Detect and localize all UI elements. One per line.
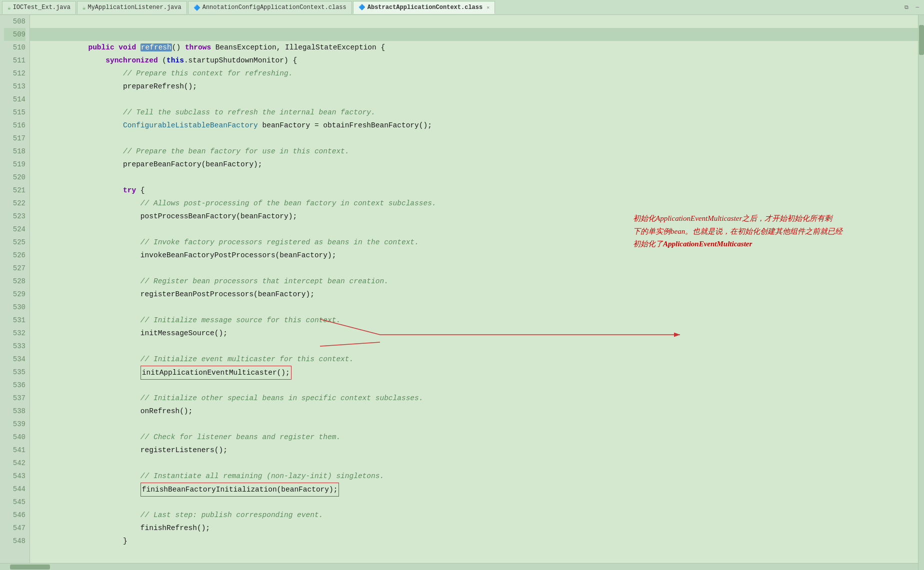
code-line-538 (30, 405, 918, 418)
window-controls: ⧉ ─ (902, 4, 922, 10)
code-line-532 (30, 327, 918, 340)
code-area: 508 509 510 511 512 513 514 515 516 517 … (0, 15, 924, 570)
code-lines: @Override public void refresh() throws B… (30, 15, 918, 548)
line-num-527: 527 (4, 262, 26, 275)
line-num-541: 541 (4, 444, 26, 457)
line-num-517: 517 (4, 132, 26, 145)
code-line-528: registerBeanPostProcessors(beanFactory); (30, 275, 918, 288)
line-num-515: 515 (4, 106, 26, 119)
line-num-529: 529 (4, 288, 26, 301)
code-line-520: try { (30, 171, 918, 184)
line-num-519: 519 (4, 158, 26, 171)
code-line-536: // Initialize other special beans in spe… (30, 379, 918, 392)
code-line-544 (30, 483, 918, 496)
scrollbar-bottom[interactable] (0, 563, 918, 570)
code-line-514: // Tell the subclass to refresh the inte… (30, 93, 918, 106)
line-num-518: 518 (4, 145, 26, 158)
line-num-508: 508 (4, 15, 26, 28)
line-num-531: 531 (4, 314, 26, 327)
code-line-541 (30, 444, 918, 457)
code-line-521: // Allows post-processing of the bean fa… (30, 184, 918, 197)
code-line-543: finishBeanFactoryInitialization(beanFact… (30, 470, 918, 483)
line-num-520: 520 (4, 171, 26, 184)
line-num-510: 510 (4, 41, 26, 54)
line-num-521: 521 (4, 184, 26, 197)
code-line-540: registerListeners(); (30, 431, 918, 444)
code-line-508: @Override (30, 15, 918, 28)
line-num-526: 526 (4, 249, 26, 262)
code-line-545: // Last step: publish corresponding even… (30, 496, 918, 509)
code-line-519 (30, 158, 918, 171)
line-num-530: 530 (4, 301, 26, 314)
tab-abstract-app[interactable]: 🔷 AbstractApplicationContext.class ✕ (353, 1, 495, 14)
line-num-513: 513 (4, 80, 26, 93)
callout-text: 初始化ApplicationEventMulticaster之后，才开始初始化所… (633, 212, 898, 251)
line-num-543: 543 (4, 470, 26, 483)
line-num-535: 535 (4, 366, 26, 379)
line-num-514: 514 (4, 93, 26, 106)
tab-close-abstract[interactable]: ✕ (486, 4, 490, 10)
tab-ioc-test[interactable]: ☕ IOCTest_Ext.java (2, 1, 76, 14)
line-num-532: 532 (4, 327, 26, 340)
code-line-530: // Initialize message source for this co… (30, 301, 918, 314)
line-num-547: 547 (4, 522, 26, 535)
code-line-537: onRefresh(); (30, 392, 918, 405)
tab-icon-abstract: 🔷 (358, 4, 366, 10)
code-line-539: // Check for listener beans and register… (30, 418, 918, 431)
line-num-511: 511 (4, 54, 26, 67)
code-line-547: } (30, 522, 918, 535)
tab-my-app-listener[interactable]: ☕ MyApplicationListener.java (77, 1, 187, 14)
code-line-533: // Initialize event multicaster for this… (30, 340, 918, 353)
line-num-528: 528 (4, 275, 26, 288)
code-line-512: prepareRefresh(); (30, 67, 918, 80)
line-numbers: 508 509 510 511 512 513 514 515 516 517 … (0, 15, 30, 570)
code-line-546: finishRefresh(); (30, 509, 918, 522)
scrollbar-thumb-vertical[interactable] (919, 25, 924, 55)
line-num-544: 544 (4, 483, 26, 496)
code-line-535 (30, 366, 918, 379)
line-num-523: 523 (4, 210, 26, 223)
tab-annotation-config[interactable]: 🔷 AnnotationConfigApplicationContext.cla… (188, 1, 352, 14)
code-line-517: // Prepare the bean factory for use in t… (30, 132, 918, 145)
code-line-509: public void refresh() throws BeansExcept… (30, 28, 918, 41)
code-line-531: initMessageSource(); (30, 314, 918, 327)
line-num-536: 536 (4, 379, 26, 392)
line-num-509: 509 (4, 28, 26, 41)
code-content[interactable]: @Override public void refresh() throws B… (30, 15, 918, 570)
tab-bar: ☕ IOCTest_Ext.java ☕ MyApplicationListen… (0, 0, 924, 15)
line-num-546: 546 (4, 509, 26, 522)
line-num-538: 538 (4, 405, 26, 418)
restore-icon[interactable]: ⧉ (902, 4, 912, 10)
line-num-524: 524 (4, 223, 26, 236)
code-line-534: initApplicationEventMulticaster(); (30, 353, 918, 366)
code-line-516 (30, 119, 918, 132)
tab-label-listener: MyApplicationListener.java (88, 4, 181, 11)
tab-label-ioc: IOCTest_Ext.java (13, 4, 70, 11)
tab-icon-ioc: ☕ (8, 4, 11, 11)
scrollbar-right[interactable] (918, 15, 924, 570)
line-num-525: 525 (4, 236, 26, 249)
line-num-522: 522 (4, 197, 26, 210)
scrollbar-thumb-horizontal[interactable] (10, 565, 50, 570)
code-line-529 (30, 288, 918, 301)
code-line-518: prepareBeanFactory(beanFactory); (30, 145, 918, 158)
code-line-526 (30, 249, 918, 262)
code-line-513 (30, 80, 918, 93)
line-num-533: 533 (4, 340, 26, 353)
tab-icon-listener: ☕ (82, 4, 86, 11)
line-num-516: 516 (4, 119, 26, 132)
code-line-510: synchronized (this.startupShutdownMonito… (30, 41, 918, 54)
line-num-539: 539 (4, 418, 26, 431)
line-num-512: 512 (4, 67, 26, 80)
annotation-callout: 初始化ApplicationEventMulticaster之后，才开始初始化所… (633, 212, 898, 251)
code-line-542: // Instantiate all remaining (non-lazy-i… (30, 457, 918, 470)
line-num-545: 545 (4, 496, 26, 509)
line-num-542: 542 (4, 457, 26, 470)
tab-label-annotation: AnnotationConfigApplicationContext.class (202, 4, 346, 11)
code-line-522: postProcessBeanFactory(beanFactory); (30, 197, 918, 210)
tab-label-abstract: AbstractApplicationContext.class (368, 4, 482, 11)
minimize-icon[interactable]: ─ (912, 4, 922, 10)
tab-icon-annotation: 🔷 (194, 4, 200, 11)
code-line-548 (30, 535, 918, 548)
line-num-534: 534 (4, 353, 26, 366)
